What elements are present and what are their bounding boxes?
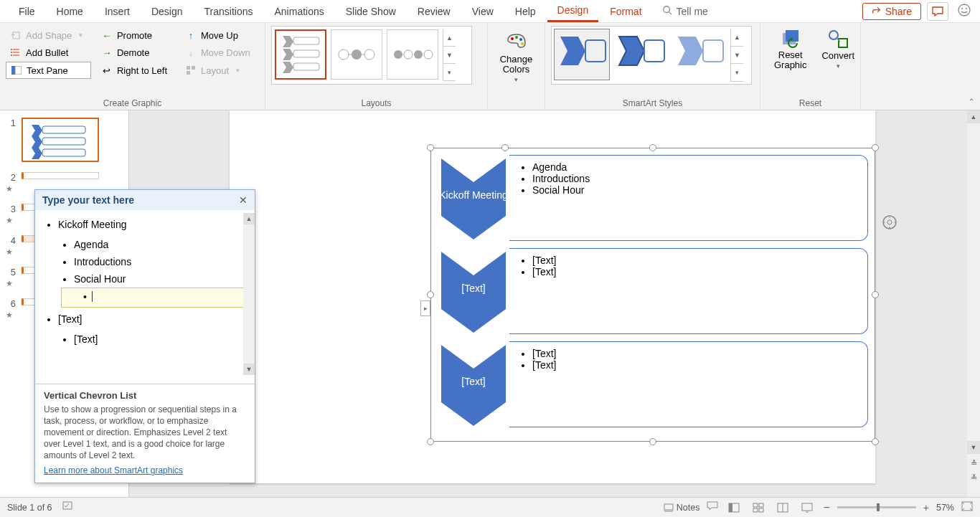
list-item[interactable]: Agenda (74, 236, 252, 253)
smiley-feedback-icon[interactable] (957, 3, 971, 20)
tab-file[interactable]: File (9, 1, 45, 22)
smartart-row[interactable]: [Text] [Text] [Text] (438, 341, 868, 427)
smartart-bullet-box[interactable]: [Text] [Text] (509, 341, 868, 427)
resize-handle[interactable] (872, 291, 879, 298)
layout-button[interactable]: Layout▾ (181, 62, 259, 79)
resize-handle[interactable] (649, 438, 656, 445)
chevron-shape[interactable]: [Text] (438, 248, 509, 334)
tab-smartart-design[interactable]: Design (547, 0, 599, 22)
text-pane-button[interactable]: Text Pane (6, 62, 91, 79)
list-item[interactable]: Social Hour (74, 270, 252, 288)
rtl-button[interactable]: ↩Right to Left (97, 62, 175, 79)
learn-more-link[interactable]: Learn more about SmartArt graphics (44, 465, 183, 475)
tab-review[interactable]: Review (407, 1, 461, 22)
demote-button[interactable]: →Demote (97, 44, 175, 60)
layouts-scroll[interactable]: ▲▼▾ (443, 29, 456, 81)
chevron-shape[interactable]: Kickoff Meeting (438, 155, 509, 241)
resize-handle[interactable] (427, 144, 434, 151)
tab-view[interactable]: View (462, 1, 504, 22)
text-pane-scrollbar[interactable]: ▲▼ (243, 213, 255, 375)
slide-thumbnail[interactable] (22, 172, 99, 179)
text-pane[interactable]: Type your text here ✕ Kickoff Meeting Ag… (34, 189, 255, 483)
zoom-out-button[interactable]: − (823, 501, 829, 514)
move-up-button[interactable]: ↑Move Up (181, 27, 259, 43)
chevron-up-icon[interactable]: ▲ (243, 213, 255, 224)
tab-insert[interactable]: Insert (95, 1, 140, 22)
change-colors-button[interactable]: Change Colors ▾ (494, 26, 539, 90)
resize-handle[interactable] (872, 144, 879, 151)
chevron-shape[interactable]: [Text] (438, 341, 509, 427)
vertical-scrollbar[interactable]: ▲ ▼ ≙ ≚ (967, 110, 980, 497)
resize-handle[interactable] (427, 291, 434, 298)
tab-design[interactable]: Design (141, 1, 193, 22)
move-down-button[interactable]: ↓Move Down (181, 44, 259, 60)
prev-slide-icon[interactable]: ≙ (967, 457, 980, 470)
normal-view-icon[interactable] (725, 501, 743, 514)
reading-view-icon[interactable] (774, 501, 791, 514)
scroll-down-icon[interactable]: ▼ (967, 441, 980, 454)
tell-me-search[interactable]: Tell me (654, 1, 717, 22)
tab-help[interactable]: Help (505, 1, 546, 22)
tab-transitions[interactable]: Transitions (194, 1, 263, 22)
chevron-down-icon[interactable]: ▼ (243, 364, 255, 375)
add-shape-button[interactable]: +Add Shape▾ (6, 27, 91, 43)
smartart-bullet-box[interactable]: Agenda Introductions Social Hour (509, 155, 868, 241)
text-pane-body[interactable]: Kickoff Meeting Agenda Introductions Soc… (35, 210, 255, 384)
collapse-ribbon-icon[interactable]: ⌃ (969, 98, 974, 105)
chevron-down-icon[interactable]: ▼ (731, 47, 743, 65)
close-icon[interactable]: ✕ (239, 194, 248, 206)
slide-thumbnail[interactable] (22, 118, 99, 162)
share-button[interactable]: Share (862, 3, 921, 20)
styles-scroll[interactable]: ▲▼▾ (730, 29, 743, 82)
notes-button[interactable]: Notes (664, 503, 700, 513)
add-bullet-button[interactable]: Add Bullet (6, 44, 91, 60)
reset-graphic-button[interactable]: Reset Graphic (766, 29, 814, 70)
list-item-editing[interactable] (61, 288, 252, 308)
layout-thumbnail[interactable] (331, 29, 382, 80)
tab-animations[interactable]: Animations (264, 1, 334, 22)
smartart-row[interactable]: [Text] [Text] [Text] (438, 248, 868, 334)
list-item[interactable]: [Text] (74, 331, 252, 348)
chevron-up-icon[interactable]: ▲ (443, 29, 456, 47)
zoom-slider[interactable] (837, 506, 916, 508)
text-pane-toggle[interactable]: ▸ (420, 300, 430, 316)
fit-to-window-icon[interactable] (961, 501, 973, 513)
tab-format[interactable]: Format (600, 1, 651, 22)
list-item[interactable]: Kickoff Meeting (58, 216, 252, 233)
tab-home[interactable]: Home (47, 1, 93, 22)
list-item[interactable]: Introductions (74, 253, 252, 270)
smartart-row[interactable]: Kickoff Meeting Agenda Introductions Soc… (438, 155, 868, 241)
slideshow-view-icon[interactable] (798, 501, 816, 514)
svg-point-21 (339, 49, 349, 60)
styles-gallery[interactable]: ▲▼▾ (551, 26, 752, 85)
style-thumbnail[interactable] (613, 29, 669, 80)
slide-canvas[interactable]: ▸ Kickoff Meeting Agenda Introductions S… (230, 110, 875, 483)
style-thumbnail[interactable] (672, 29, 727, 80)
comments-button[interactable] (927, 2, 948, 21)
spellcheck-icon[interactable] (62, 501, 74, 513)
resize-handle[interactable] (872, 438, 879, 445)
list-item[interactable]: [Text] (58, 310, 252, 328)
smartart-bullet-box[interactable]: [Text] [Text] (509, 248, 868, 334)
tab-slideshow[interactable]: Slide Show (336, 1, 406, 22)
resize-handle[interactable] (427, 438, 434, 445)
next-slide-icon[interactable]: ≚ (967, 471, 980, 484)
promote-button[interactable]: ←Promote (97, 27, 175, 43)
zoom-in-button[interactable]: + (923, 502, 929, 513)
layout-thumbnail[interactable] (387, 29, 438, 80)
convert-button[interactable]: Convert ▾ (821, 29, 854, 70)
smartart-graphic[interactable]: ▸ Kickoff Meeting Agenda Introductions S… (430, 148, 875, 442)
expand-icon[interactable]: ▾ (731, 64, 743, 82)
layouts-gallery[interactable]: ▲▼▾ (271, 26, 472, 85)
scroll-up-icon[interactable]: ▲ (967, 110, 980, 123)
style-thumbnail[interactable] (554, 29, 610, 80)
expand-icon[interactable]: ▾ (443, 64, 456, 81)
smartart-action-icon[interactable] (881, 214, 898, 231)
zoom-level[interactable]: 57% (936, 503, 954, 513)
sorter-view-icon[interactable] (750, 501, 767, 514)
layout-thumbnail[interactable] (275, 29, 326, 80)
chevron-down-icon[interactable]: ▼ (443, 47, 456, 64)
comments-icon[interactable] (707, 501, 718, 513)
chevron-up-icon[interactable]: ▲ (731, 29, 743, 47)
resize-handle[interactable] (649, 144, 656, 151)
